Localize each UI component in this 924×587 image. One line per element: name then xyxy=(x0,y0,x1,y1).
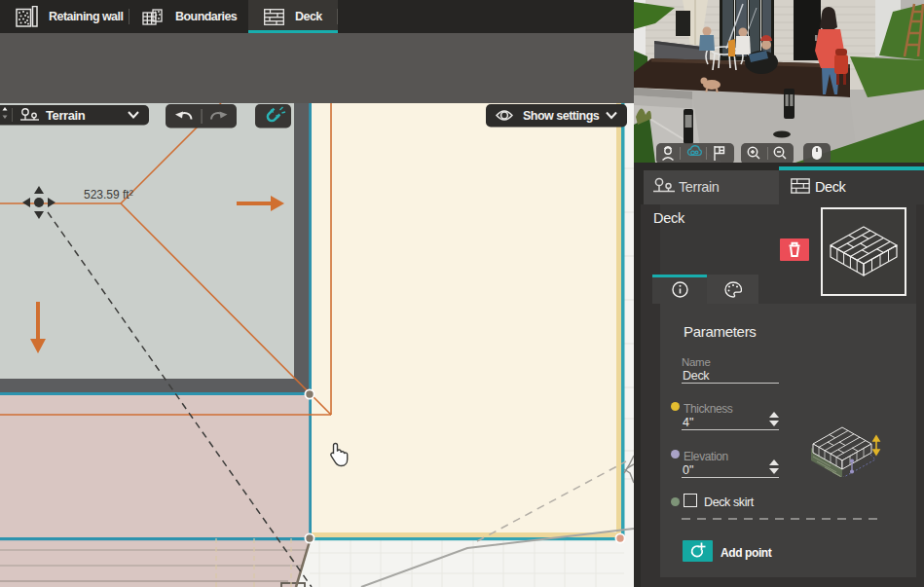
svg-text:Terrain: Terrain xyxy=(46,108,86,123)
svg-text:Show settings: Show settings xyxy=(523,109,600,123)
svg-text:523.59 ft²: 523.59 ft² xyxy=(84,188,133,202)
